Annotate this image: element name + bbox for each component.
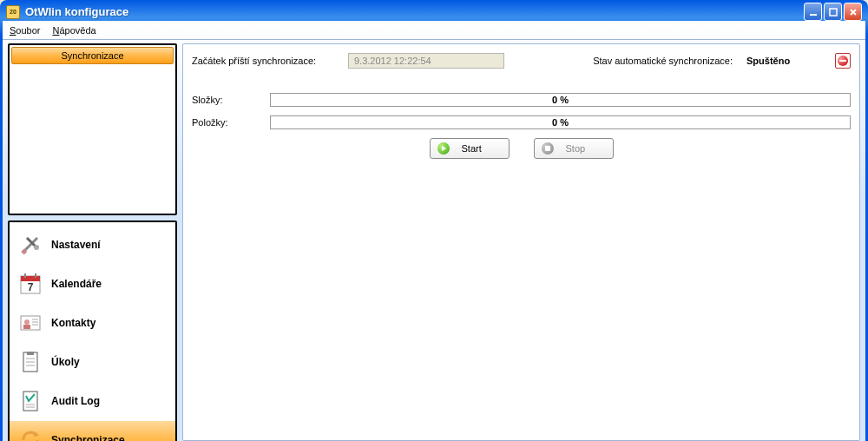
menu-soubor[interactable]: Soubor — [10, 25, 40, 36]
app-icon: 20 — [6, 5, 20, 19]
sidebar-item-label: Kalendáře — [51, 278, 102, 290]
next-sync-value: 9.3.2012 12:22:54 — [348, 53, 504, 69]
svg-point-7 — [34, 245, 39, 250]
sync-icon — [18, 428, 43, 441]
start-button-label: Start — [462, 143, 482, 154]
folders-progress: 0 % — [270, 93, 851, 107]
calendar-icon: 7 — [18, 272, 43, 296]
items-pct: 0 % — [552, 117, 569, 128]
next-sync-label: Začátek příští synchronizace: — [192, 56, 339, 66]
sidebar-item-synchronizace[interactable]: Synchronizace — [10, 421, 175, 441]
contacts-icon — [18, 311, 43, 335]
svg-point-14 — [24, 319, 30, 325]
sidebar-item-label: Synchronizace — [51, 434, 125, 441]
svg-rect-11 — [24, 273, 26, 278]
sidebar-item-label: Audit Log — [51, 395, 100, 407]
sidebar-item-label: Nastavení — [51, 239, 101, 251]
auditlog-icon — [18, 389, 43, 413]
tasks-icon — [18, 350, 43, 374]
sidebar-item-label: Úkoly — [51, 356, 80, 368]
sidebar-item-auditlog[interactable]: Audit Log — [10, 382, 175, 421]
play-icon — [437, 142, 450, 155]
svg-rect-24 — [23, 392, 37, 411]
svg-rect-15 — [23, 325, 30, 329]
folders-pct: 0 % — [552, 95, 569, 105]
maximize-button[interactable] — [824, 3, 842, 21]
items-progress: 0 % — [270, 115, 851, 129]
sidebar-item-ukoly[interactable]: Úkoly — [10, 343, 175, 382]
settings-icon — [18, 233, 43, 257]
stop-button[interactable]: Stop — [534, 138, 614, 159]
auto-sync-stop-indicator[interactable] — [835, 53, 851, 69]
svg-rect-20 — [27, 352, 34, 355]
sidebar-header-sync[interactable]: Synchronizace — [11, 47, 174, 64]
sidebar-item-kalendare[interactable]: 7 Kalendáře — [10, 265, 175, 304]
close-button[interactable] — [844, 3, 862, 21]
sidebar-item-label: Kontakty — [51, 317, 95, 329]
content-panel: Začátek příští synchronizace: 9.3.2012 1… — [182, 43, 860, 441]
auto-sync-value: Spuštěno — [746, 56, 816, 66]
minimize-button[interactable] — [804, 3, 822, 21]
start-button[interactable]: Start — [430, 138, 510, 159]
stop-icon — [542, 142, 554, 155]
auto-sync-label: Stav automatické synchronizace: — [593, 56, 733, 66]
items-label: Položky: — [192, 117, 270, 128]
folders-label: Složky: — [192, 95, 270, 105]
titlebar: 20 OtWlin konfigurace — [3, 3, 865, 21]
stop-button-label: Stop — [566, 143, 586, 154]
sidebar-item-nastaveni[interactable]: Nastavení — [10, 226, 175, 265]
svg-rect-1 — [830, 9, 837, 16]
svg-rect-0 — [810, 14, 817, 16]
window-title: OtWlin konfigurace — [25, 5, 804, 18]
sidebar-bottom-panel: Nastavení 7 Kalendáře Kontakty — [8, 220, 177, 441]
menu-napoveda[interactable]: Nápověda — [52, 25, 95, 36]
sidebar-top-panel: Synchronizace — [8, 43, 177, 215]
sidebar-item-kontakty[interactable]: Kontakty — [10, 304, 175, 343]
svg-rect-12 — [35, 273, 36, 278]
menubar: Soubor Nápověda — [3, 21, 865, 40]
svg-text:7: 7 — [28, 281, 34, 293]
